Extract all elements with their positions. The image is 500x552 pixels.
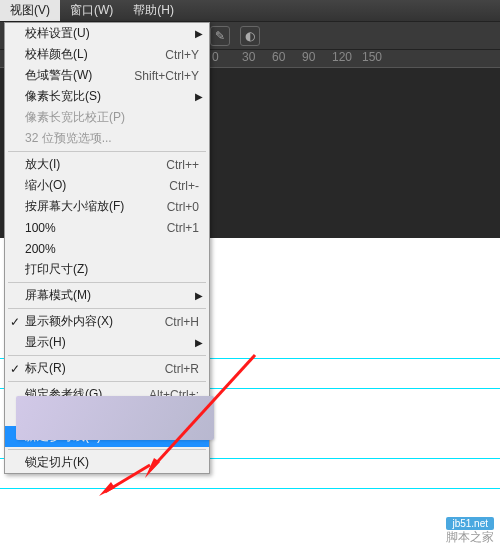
menu-rulers[interactable]: ✓标尺(R)Ctrl+R [5, 358, 209, 379]
menu-screen-mode[interactable]: 屏幕模式(M)▶ [5, 285, 209, 306]
submenu-arrow-icon: ▶ [195, 28, 203, 39]
ruler-mark: 120 [332, 50, 362, 64]
menu-separator [8, 308, 206, 309]
menu-window[interactable]: 窗口(W) [60, 0, 123, 21]
menu-gamut-warning[interactable]: 色域警告(W)Shift+Ctrl+Y [5, 65, 209, 86]
menu-100[interactable]: 100%Ctrl+1 [5, 217, 209, 238]
menu-proof-colors[interactable]: 校样颜色(L)Ctrl+Y [5, 44, 209, 65]
menu-lock-slices[interactable]: 锁定切片(K) [5, 452, 209, 473]
menu-pixel-correct: 像素长宽比校正(P) [5, 107, 209, 128]
menu-32bit-preview: 32 位预览选项... [5, 128, 209, 149]
ruler-mark: 60 [272, 50, 302, 64]
menu-help[interactable]: 帮助(H) [123, 0, 184, 21]
menu-print-size[interactable]: 打印尺寸(Z) [5, 259, 209, 280]
submenu-arrow-icon: ▶ [195, 337, 203, 348]
guide-line[interactable] [0, 488, 500, 489]
menu-zoom-out[interactable]: 缩小(O)Ctrl+- [5, 175, 209, 196]
menu-fit-screen[interactable]: 按屏幕大小缩放(F)Ctrl+0 [5, 196, 209, 217]
menu-separator [8, 151, 206, 152]
menu-separator [8, 355, 206, 356]
watermark: jb51.net 脚本之家 [446, 517, 494, 546]
ruler-mark: 150 [362, 50, 392, 64]
menu-separator [8, 381, 206, 382]
menubar: 视图(V) 窗口(W) 帮助(H) [0, 0, 500, 22]
menu-separator [8, 282, 206, 283]
ruler-mark: 30 [242, 50, 272, 64]
menu-pixel-aspect[interactable]: 像素长宽比(S)▶ [5, 86, 209, 107]
check-icon: ✓ [10, 362, 20, 376]
submenu-arrow-icon: ▶ [195, 91, 203, 102]
submenu-arrow-icon: ▶ [195, 290, 203, 301]
menu-zoom-in[interactable]: 放大(I)Ctrl++ [5, 154, 209, 175]
redacted-region [16, 396, 214, 440]
menu-separator [8, 449, 206, 450]
check-icon: ✓ [10, 315, 20, 329]
menu-200[interactable]: 200% [5, 238, 209, 259]
ruler-mark: 90 [302, 50, 332, 64]
menu-extras[interactable]: ✓显示额外内容(X)Ctrl+H [5, 311, 209, 332]
menu-view[interactable]: 视图(V) [0, 0, 60, 21]
ruler-mark: 0 [212, 50, 242, 64]
watermark-text: 脚本之家 [446, 530, 494, 544]
tool-icon-2[interactable]: ◐ [240, 26, 260, 46]
watermark-badge: jb51.net [446, 517, 494, 530]
menu-proof-setup[interactable]: 校样设置(U)▶ [5, 23, 209, 44]
menu-show[interactable]: 显示(H)▶ [5, 332, 209, 353]
tool-icon-1[interactable]: ✎ [210, 26, 230, 46]
